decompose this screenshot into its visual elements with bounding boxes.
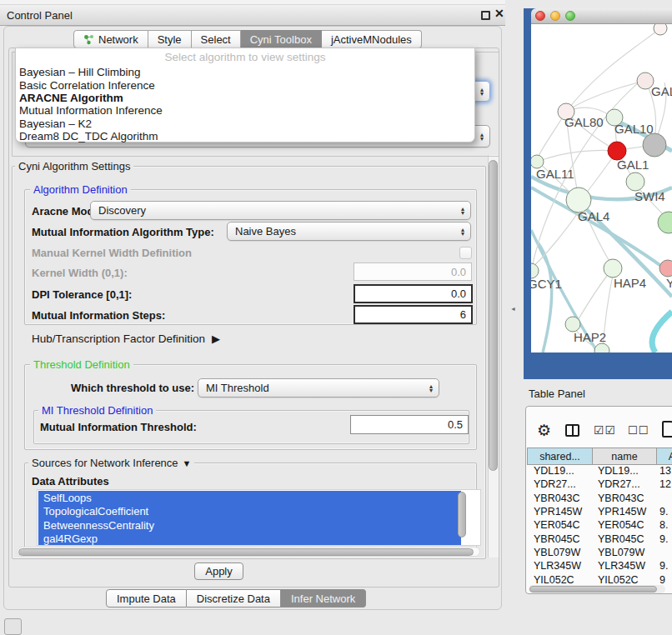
apply-button[interactable]: Apply <box>194 562 243 580</box>
manual-kernel-checkbox[interactable] <box>459 247 472 259</box>
zoom-window-icon[interactable] <box>565 11 575 21</box>
select-all-icon[interactable]: ☑☑ <box>594 423 616 437</box>
node-label: GAL11 <box>536 167 574 181</box>
spinner-down-icon: ▾ <box>480 92 484 96</box>
spinner-arrows-icon: ▴ ▾ <box>480 132 484 141</box>
algorithm-option[interactable]: Basic Correlation Inference <box>19 79 155 92</box>
tab-cyni-toolbox[interactable]: Cyni Toolbox <box>241 30 322 48</box>
list-item[interactable]: gal4RGexp <box>38 532 461 547</box>
dpi-tolerance-field[interactable]: 0.0 <box>354 284 473 303</box>
tab-jactivemnodules-label: jActiveMNodules <box>331 33 412 46</box>
algorithm-option[interactable]: Mutual Information Inference <box>19 104 163 117</box>
node-label: GAL10 <box>614 122 654 136</box>
tab-network[interactable]: Network <box>73 30 148 48</box>
algorithm-option[interactable]: Dream8 DC_TDC Algorithm <box>19 130 158 142</box>
node-label: GAL <box>651 84 672 98</box>
tab-style-label: Style <box>158 33 182 46</box>
table-row: YLR345WYLR345W9. <box>527 559 672 572</box>
node-gray[interactable] <box>643 133 666 157</box>
spinner-down-icon: ▾ <box>480 137 484 141</box>
algorithm-option[interactable]: Bayesian – Hill Climbing <box>19 66 141 78</box>
mi-steps-field[interactable]: 6 <box>354 305 473 324</box>
node-label: SWI4 <box>634 189 665 203</box>
network-canvas[interactable]: GAL GAL80 GAL10 GAL1 GAL11 SWI4 GAL4 GCY… <box>531 24 672 352</box>
node-pink[interactable] <box>659 260 672 277</box>
network-window-titlebar[interactable] <box>531 8 672 24</box>
column-header-partial[interactable]: A <box>657 448 672 465</box>
dpi-tolerance-label: DPI Tolerance [0,1]: <box>32 288 132 301</box>
minimize-window-icon[interactable] <box>550 11 560 21</box>
which-threshold-combo[interactable]: MI Threshold ▴▾ <box>198 378 439 398</box>
deselect-all-icon[interactable]: ☐☐ <box>628 424 649 437</box>
spinner-arrows-icon: ▴ ▾ <box>480 88 484 96</box>
table-horizontal-scrollbar[interactable] <box>529 586 657 592</box>
splitter-collapse-icon[interactable]: ◄ <box>510 306 516 312</box>
tab-style[interactable]: Style <box>148 30 192 48</box>
control-panel-titlebar: Control Panel <box>0 5 505 26</box>
column-header-shared-name[interactable]: shared... <box>527 448 593 465</box>
hub-definition-label: Hub/Transcription Factor Definition <box>32 332 205 345</box>
control-panel-tabs: Network Style Select Cyni Toolbox jActiv… <box>73 30 422 48</box>
list-item[interactable]: TopologicalCoefficient <box>38 505 461 519</box>
list-item[interactable]: SelfLoops <box>38 491 461 505</box>
mi-threshold-label: Mutual Information Threshold: <box>40 421 197 433</box>
collapse-down-icon: ▼ <box>183 458 192 468</box>
tab-discretize-data-label: Discretize Data <box>197 592 270 605</box>
spinner-arrows-icon: ▴▾ <box>429 384 433 392</box>
data-attributes-list[interactable]: SelfLoops TopologicalCoefficient Between… <box>37 489 481 546</box>
export-table-icon[interactable] <box>662 421 672 438</box>
network-icon <box>83 34 94 45</box>
cyni-algorithm-settings-title: Cyni Algorithm Settings <box>15 160 133 172</box>
table-row: YBR043CYBR043C <box>527 492 672 505</box>
close-window-icon[interactable] <box>535 11 545 21</box>
tab-infer-network-label: Infer Network <box>291 592 355 605</box>
collapsed-panel-button[interactable] <box>4 618 22 635</box>
mi-type-combo[interactable]: Naive Bayes ▴▾ <box>227 222 471 241</box>
table-settings-gear-icon[interactable]: ⚙ <box>537 421 551 440</box>
column-visibility-icon[interactable] <box>565 424 579 437</box>
list-item[interactable]: BetweennessCentrality <box>38 518 461 532</box>
tab-impute-data[interactable]: Impute Data <box>106 589 187 608</box>
which-threshold-value: MI Threshold <box>206 382 269 394</box>
algorithm-option[interactable]: Bayesian – K2 <box>19 118 92 130</box>
table-panel-title: Table Panel <box>529 388 585 400</box>
settings-scrollbar-thumb[interactable] <box>489 160 498 471</box>
kernel-width-field: 0.0 <box>354 262 472 281</box>
table-rows[interactable]: YDL19...YDL19...13 YDR27...YDR27...12 YB… <box>527 464 672 587</box>
column-header-name[interactable]: name <box>593 448 657 465</box>
node[interactable] <box>654 24 667 35</box>
data-attributes-label: Data Attributes <box>32 475 109 488</box>
manual-kernel-label: Manual Kernel Width Definition <box>32 247 192 259</box>
node-hap4[interactable] <box>604 259 622 278</box>
tab-impute-data-label: Impute Data <box>117 592 176 605</box>
node-label: Y <box>666 276 672 290</box>
popup-hint: Select algorithm to view settings <box>16 51 474 63</box>
screen: Control Panel ✕ Network Style Select Cyn… <box>0 0 672 635</box>
close-panel-icon[interactable]: ✕ <box>494 9 504 18</box>
node-label: GCY1 <box>531 277 562 291</box>
node-swi4[interactable] <box>626 172 644 191</box>
tab-discretize-data[interactable]: Discretize Data <box>187 589 281 608</box>
table-row: YDR27...YDR27...12 <box>527 478 672 491</box>
node-label: HAP4 <box>614 276 646 290</box>
hub-definition-toggle[interactable]: Hub/Transcription Factor Definition ▶ <box>32 332 220 345</box>
attributes-horizontal-scrollbar[interactable] <box>18 548 474 556</box>
tab-jactivemnodules[interactable]: jActiveMNodules <box>322 30 422 48</box>
tab-infer-network[interactable]: Infer Network <box>281 589 366 608</box>
algorithm-dropdown-popup: Select algorithm to view settings Bayesi… <box>15 48 475 142</box>
float-panel-icon[interactable] <box>481 11 490 20</box>
mi-threshold-field[interactable]: 0.5 <box>350 415 469 434</box>
algorithm-option-selected[interactable]: ARACNE Algorithm <box>19 92 123 104</box>
node-label: GAL4 <box>578 209 609 223</box>
table-row: YBR045CYBR045C9. <box>527 532 672 545</box>
table-row: YER054CYER054C8. <box>527 518 672 532</box>
tab-select[interactable]: Select <box>192 30 241 48</box>
algorithm-definition-title: Algorithm Definition <box>30 183 131 196</box>
collapse-right-icon: ▶ <box>212 332 220 345</box>
mi-threshold-title: MI Threshold Definition <box>38 404 156 417</box>
mi-type-value: Naive Bayes <box>235 225 296 238</box>
aracne-mode-combo[interactable]: Discovery ▴▾ <box>90 201 471 220</box>
attributes-vertical-scrollbar[interactable] <box>458 492 466 538</box>
mi-steps-label: Mutual Information Steps: <box>32 309 165 322</box>
sources-title[interactable]: Sources for Network Inference ▼ <box>28 457 194 469</box>
